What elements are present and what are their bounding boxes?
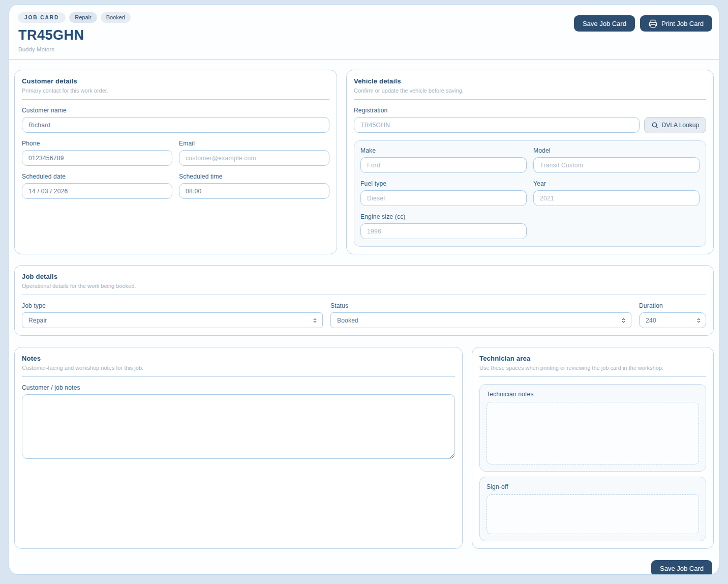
technician-notes-box	[487, 402, 699, 464]
page-footer: Save Job Card	[14, 549, 714, 575]
job-card-badge: JOB CARD	[18, 12, 66, 23]
status-badge: Booked	[101, 12, 131, 22]
registration-group: Registration DVLA Lookup	[354, 107, 706, 133]
notes-card: Notes Customer-facing and workshop notes…	[14, 347, 463, 549]
save-job-card-button[interactable]: Save Job Card	[574, 15, 635, 32]
make-model-row: Make Model	[360, 147, 700, 173]
badge-row: JOB CARD Repair Booked	[18, 12, 131, 23]
page-subtitle: Buddy Motors	[18, 46, 131, 52]
registration-label: Registration	[354, 107, 706, 114]
status-select[interactable]: Booked	[330, 312, 631, 328]
job-type-group: Job type Repair	[22, 302, 323, 328]
vehicle-details-card: Vehicle details Confirm or update the ve…	[346, 70, 714, 254]
chevron-up-down-icon	[621, 317, 626, 323]
customer-name-group: Customer name	[22, 107, 329, 133]
notes-card-head: Notes Customer-facing and workshop notes…	[22, 355, 455, 377]
page-content: Customer details Primary contact for thi…	[9, 60, 719, 575]
footer-save-button[interactable]: Save Job Card	[651, 560, 712, 575]
printer-icon	[649, 19, 657, 28]
dvla-lookup-label: DVLA Lookup	[662, 122, 699, 129]
fuel-type-label: Fuel type	[360, 180, 527, 187]
job-type-badge: Repair	[69, 12, 97, 22]
chevron-up-down-icon	[312, 317, 318, 323]
job-fields-row: Job type Repair Status Booked	[22, 302, 706, 328]
print-job-card-button[interactable]: Print Job Card	[640, 15, 712, 32]
year-label: Year	[533, 180, 700, 187]
schedule-row: Scheduled date Scheduled time	[22, 173, 329, 199]
page-title: TR45GHN	[18, 27, 131, 43]
scheduled-date-group: Scheduled date	[22, 173, 172, 199]
model-input[interactable]	[533, 157, 700, 173]
customer-name-label: Customer name	[22, 107, 329, 114]
notes-card-title: Notes	[22, 355, 455, 362]
technician-notes-panel: Technician notes	[479, 384, 706, 472]
search-icon	[651, 122, 658, 129]
signoff-panel: Sign-off	[479, 477, 706, 541]
phone-email-row: Phone Email	[22, 140, 329, 166]
notes-card-subtitle: Customer-facing and workshop notes for t…	[22, 365, 455, 371]
vehicle-card-head: Vehicle details Confirm or update the ve…	[354, 77, 706, 100]
duration-group: Duration	[639, 302, 706, 328]
email-group: Email	[179, 140, 329, 166]
job-card-subtitle: Operational details for the work being b…	[22, 283, 706, 289]
print-button-label: Print Job Card	[661, 20, 704, 27]
scheduled-date-label: Scheduled date	[22, 173, 172, 180]
make-group: Make	[360, 147, 527, 173]
job-type-select[interactable]: Repair	[22, 312, 323, 328]
header-left: JOB CARD Repair Booked TR45GHN Buddy Mot…	[15, 12, 131, 52]
phone-input[interactable]	[22, 150, 172, 166]
engine-row: Engine size (cc)	[360, 213, 700, 239]
duration-label: Duration	[639, 302, 706, 309]
footer-save-label: Save Job Card	[660, 565, 704, 572]
engine-row-spacer	[533, 213, 700, 239]
technician-card-head: Technician area Use these spaces when pr…	[479, 355, 706, 377]
signoff-box	[487, 494, 699, 534]
signoff-label: Sign-off	[487, 483, 699, 490]
engine-size-label: Engine size (cc)	[360, 213, 527, 220]
model-group: Model	[533, 147, 700, 173]
page-header: JOB CARD Repair Booked TR45GHN Buddy Mot…	[9, 5, 719, 60]
customer-notes-group: Customer / job notes	[22, 384, 455, 461]
engine-size-input[interactable]	[360, 223, 527, 239]
duration-stepper[interactable]	[639, 312, 706, 328]
job-type-value: Repair	[28, 317, 47, 324]
top-row: Customer details Primary contact for thi…	[14, 70, 714, 254]
job-details-card: Job details Operational details for the …	[14, 265, 714, 336]
chevron-up-down-icon[interactable]	[696, 317, 702, 323]
job-card-title: Job details	[22, 273, 706, 280]
status-group: Status Booked	[330, 302, 631, 328]
customer-card-title: Customer details	[22, 77, 329, 85]
vehicle-card-title: Vehicle details	[354, 77, 706, 85]
technician-card-title: Technician area	[479, 355, 706, 362]
year-input[interactable]	[533, 190, 700, 206]
scheduled-time-label: Scheduled time	[179, 173, 329, 180]
customer-notes-label: Customer / job notes	[22, 384, 455, 391]
fuel-type-group: Fuel type	[360, 180, 527, 206]
vehicle-card-subtitle: Confirm or update the vehicle before sav…	[354, 87, 706, 94]
phone-label: Phone	[22, 140, 172, 147]
registration-input[interactable]	[354, 117, 640, 133]
email-input[interactable]	[179, 150, 329, 166]
job-card-page: JOB CARD Repair Booked TR45GHN Buddy Mot…	[9, 4, 719, 575]
technician-card-subtitle: Use these spaces when printing or review…	[479, 365, 706, 371]
technician-area-card: Technician area Use these spaces when pr…	[472, 347, 714, 549]
vehicle-spec-panel: Make Model Fuel type	[354, 140, 706, 247]
engine-size-group: Engine size (cc)	[360, 213, 527, 239]
customer-details-card: Customer details Primary contact for thi…	[14, 70, 337, 254]
email-label: Email	[179, 140, 329, 147]
customer-name-input[interactable]	[22, 117, 329, 133]
customer-card-subtitle: Primary contact for this work order.	[22, 87, 329, 94]
make-label: Make	[360, 147, 527, 154]
fuel-type-input[interactable]	[360, 190, 527, 206]
make-input[interactable]	[360, 157, 527, 173]
scheduled-date-input[interactable]	[22, 183, 172, 199]
customer-card-head: Customer details Primary contact for thi…	[22, 77, 329, 100]
status-label: Status	[330, 302, 631, 309]
save-button-label: Save Job Card	[583, 20, 626, 27]
bottom-row: Notes Customer-facing and workshop notes…	[14, 347, 714, 549]
scheduled-time-input[interactable]	[179, 183, 329, 199]
dvla-lookup-button[interactable]: DVLA Lookup	[644, 117, 706, 133]
customer-notes-textarea[interactable]	[22, 394, 455, 459]
technician-notes-label: Technician notes	[487, 391, 699, 398]
scheduled-time-group: Scheduled time	[179, 173, 329, 199]
